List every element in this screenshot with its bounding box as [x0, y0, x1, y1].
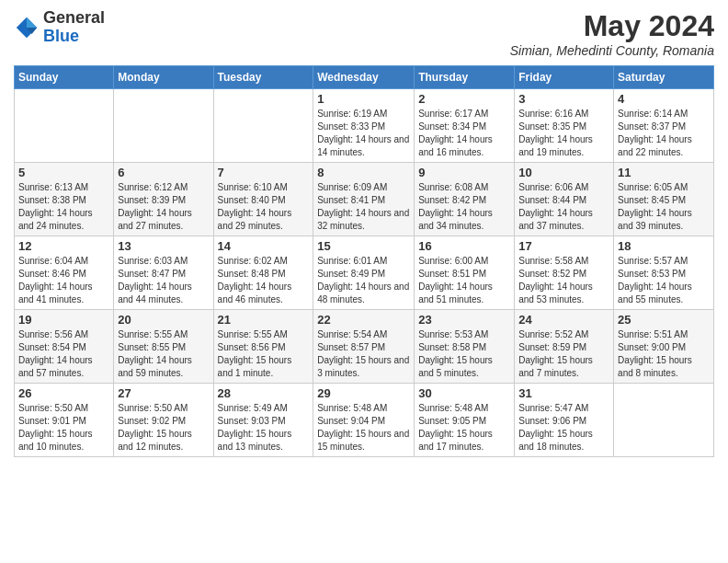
calendar-cell: 19Sunrise: 5:56 AM Sunset: 8:54 PM Dayli…	[15, 310, 114, 384]
calendar-cell: 10Sunrise: 6:06 AM Sunset: 8:44 PM Dayli…	[515, 163, 614, 236]
day-number: 18	[618, 239, 710, 253]
calendar-cell: 2Sunrise: 6:17 AM Sunset: 8:34 PM Daylig…	[415, 89, 515, 163]
week-row-1: 5Sunrise: 6:13 AM Sunset: 8:38 PM Daylig…	[15, 163, 714, 236]
calendar-cell: 24Sunrise: 5:52 AM Sunset: 8:59 PM Dayli…	[515, 310, 614, 384]
day-info: Sunrise: 6:19 AM Sunset: 8:33 PM Dayligh…	[317, 108, 410, 159]
week-row-3: 19Sunrise: 5:56 AM Sunset: 8:54 PM Dayli…	[15, 310, 714, 384]
day-info: Sunrise: 6:13 AM Sunset: 8:38 PM Dayligh…	[18, 181, 109, 233]
day-number: 12	[18, 239, 109, 253]
calendar-cell: 31Sunrise: 5:47 AM Sunset: 9:06 PM Dayli…	[515, 384, 614, 457]
logo-blue: Blue	[43, 27, 79, 45]
day-info: Sunrise: 6:00 AM Sunset: 8:51 PM Dayligh…	[418, 255, 510, 306]
calendar-cell: 12Sunrise: 6:04 AM Sunset: 8:46 PM Dayli…	[15, 236, 114, 310]
day-number: 9	[418, 166, 510, 179]
day-info: Sunrise: 5:56 AM Sunset: 8:54 PM Dayligh…	[18, 328, 109, 380]
day-number: 20	[118, 313, 209, 327]
weekday-header-friday: Friday	[515, 66, 614, 89]
calendar-cell: 9Sunrise: 6:08 AM Sunset: 8:42 PM Daylig…	[415, 163, 515, 236]
day-info: Sunrise: 5:50 AM Sunset: 9:01 PM Dayligh…	[18, 402, 109, 454]
calendar-cell: 6Sunrise: 6:12 AM Sunset: 8:39 PM Daylig…	[114, 163, 213, 236]
calendar-cell: 20Sunrise: 5:55 AM Sunset: 8:55 PM Dayli…	[114, 310, 213, 384]
week-row-0: 1Sunrise: 6:19 AM Sunset: 8:33 PM Daylig…	[15, 89, 714, 163]
day-number: 16	[418, 239, 510, 253]
day-info: Sunrise: 5:58 AM Sunset: 8:52 PM Dayligh…	[518, 255, 609, 306]
day-info: Sunrise: 5:48 AM Sunset: 9:04 PM Dayligh…	[317, 402, 410, 454]
day-info: Sunrise: 6:02 AM Sunset: 8:48 PM Dayligh…	[218, 255, 310, 306]
day-number: 19	[18, 313, 109, 327]
calendar-cell: 16Sunrise: 6:00 AM Sunset: 8:51 PM Dayli…	[415, 236, 515, 310]
calendar-cell: 26Sunrise: 5:50 AM Sunset: 9:01 PM Dayli…	[15, 384, 114, 457]
calendar-cell: 22Sunrise: 5:54 AM Sunset: 8:57 PM Dayli…	[313, 310, 415, 384]
day-number: 14	[218, 239, 310, 253]
calendar-cell	[15, 89, 114, 163]
day-number: 31	[518, 386, 609, 400]
calendar-cell: 17Sunrise: 5:58 AM Sunset: 8:52 PM Dayli…	[515, 236, 614, 310]
day-number: 24	[518, 313, 609, 327]
day-number: 7	[218, 166, 310, 179]
day-number: 28	[218, 386, 310, 400]
weekday-header-sunday: Sunday	[15, 66, 114, 89]
calendar-cell: 27Sunrise: 5:50 AM Sunset: 9:02 PM Dayli…	[114, 384, 213, 457]
day-info: Sunrise: 5:55 AM Sunset: 8:55 PM Dayligh…	[118, 328, 209, 380]
week-row-4: 26Sunrise: 5:50 AM Sunset: 9:01 PM Dayli…	[15, 384, 714, 457]
day-number: 23	[418, 313, 510, 327]
page: General Blue May 2024 Simian, Mehedinti …	[0, 0, 728, 466]
calendar-cell: 7Sunrise: 6:10 AM Sunset: 8:40 PM Daylig…	[213, 163, 313, 236]
calendar-cell: 5Sunrise: 6:13 AM Sunset: 8:38 PM Daylig…	[15, 163, 114, 236]
calendar-cell: 29Sunrise: 5:48 AM Sunset: 9:04 PM Dayli…	[313, 384, 415, 457]
day-number: 4	[618, 92, 710, 106]
day-number: 8	[317, 166, 410, 179]
calendar-cell: 21Sunrise: 5:55 AM Sunset: 8:56 PM Dayli…	[213, 310, 313, 384]
day-number: 10	[518, 166, 609, 179]
logo-general: General	[43, 8, 105, 27]
day-number: 17	[518, 239, 609, 253]
day-info: Sunrise: 6:03 AM Sunset: 8:47 PM Dayligh…	[118, 255, 209, 306]
day-number: 22	[317, 313, 410, 327]
day-number: 11	[618, 166, 710, 179]
calendar-cell: 3Sunrise: 6:16 AM Sunset: 8:35 PM Daylig…	[515, 89, 614, 163]
week-row-2: 12Sunrise: 6:04 AM Sunset: 8:46 PM Dayli…	[15, 236, 714, 310]
day-info: Sunrise: 5:57 AM Sunset: 8:53 PM Dayligh…	[618, 255, 710, 306]
day-number: 1	[317, 92, 410, 106]
day-number: 6	[118, 166, 209, 179]
day-info: Sunrise: 5:54 AM Sunset: 8:57 PM Dayligh…	[317, 328, 410, 380]
weekday-header-tuesday: Tuesday	[213, 66, 313, 89]
day-number: 29	[317, 386, 410, 400]
day-info: Sunrise: 6:09 AM Sunset: 8:41 PM Dayligh…	[317, 181, 410, 233]
day-info: Sunrise: 6:17 AM Sunset: 8:34 PM Dayligh…	[418, 108, 510, 159]
day-info: Sunrise: 6:05 AM Sunset: 8:45 PM Dayligh…	[618, 181, 710, 233]
month-year: May 2024	[510, 9, 714, 43]
calendar-cell: 30Sunrise: 5:48 AM Sunset: 9:05 PM Dayli…	[415, 384, 515, 457]
day-info: Sunrise: 6:08 AM Sunset: 8:42 PM Dayligh…	[418, 181, 510, 233]
calendar-cell: 23Sunrise: 5:53 AM Sunset: 8:58 PM Dayli…	[415, 310, 515, 384]
day-info: Sunrise: 5:53 AM Sunset: 8:58 PM Dayligh…	[418, 328, 510, 380]
calendar-cell	[213, 89, 313, 163]
day-info: Sunrise: 6:04 AM Sunset: 8:46 PM Dayligh…	[18, 255, 109, 306]
day-info: Sunrise: 5:51 AM Sunset: 9:00 PM Dayligh…	[618, 328, 710, 380]
header: General Blue May 2024 Simian, Mehedinti …	[14, 9, 714, 58]
day-number: 30	[418, 386, 510, 400]
day-number: 2	[418, 92, 510, 106]
calendar-cell: 13Sunrise: 6:03 AM Sunset: 8:47 PM Dayli…	[114, 236, 213, 310]
weekday-header-row: SundayMondayTuesdayWednesdayThursdayFrid…	[15, 66, 714, 89]
day-number: 25	[618, 313, 710, 327]
logo-icon	[14, 15, 40, 40]
calendar-cell: 4Sunrise: 6:14 AM Sunset: 8:37 PM Daylig…	[614, 89, 714, 163]
logo: General Blue	[14, 9, 105, 46]
logo-text: General Blue	[43, 9, 105, 46]
day-info: Sunrise: 6:16 AM Sunset: 8:35 PM Dayligh…	[518, 108, 609, 159]
weekday-header-saturday: Saturday	[614, 66, 714, 89]
day-number: 13	[118, 239, 209, 253]
day-info: Sunrise: 5:55 AM Sunset: 8:56 PM Dayligh…	[218, 328, 310, 380]
day-number: 15	[317, 239, 410, 253]
day-info: Sunrise: 6:12 AM Sunset: 8:39 PM Dayligh…	[118, 181, 209, 233]
calendar-cell	[614, 384, 714, 457]
day-number: 27	[118, 386, 209, 400]
svg-marker-1	[27, 17, 37, 28]
calendar-body: 1Sunrise: 6:19 AM Sunset: 8:33 PM Daylig…	[15, 89, 714, 457]
day-info: Sunrise: 6:10 AM Sunset: 8:40 PM Dayligh…	[218, 181, 310, 233]
weekday-header-wednesday: Wednesday	[313, 66, 415, 89]
day-number: 3	[518, 92, 609, 106]
calendar-cell: 8Sunrise: 6:09 AM Sunset: 8:41 PM Daylig…	[313, 163, 415, 236]
day-info: Sunrise: 5:49 AM Sunset: 9:03 PM Dayligh…	[218, 402, 310, 454]
